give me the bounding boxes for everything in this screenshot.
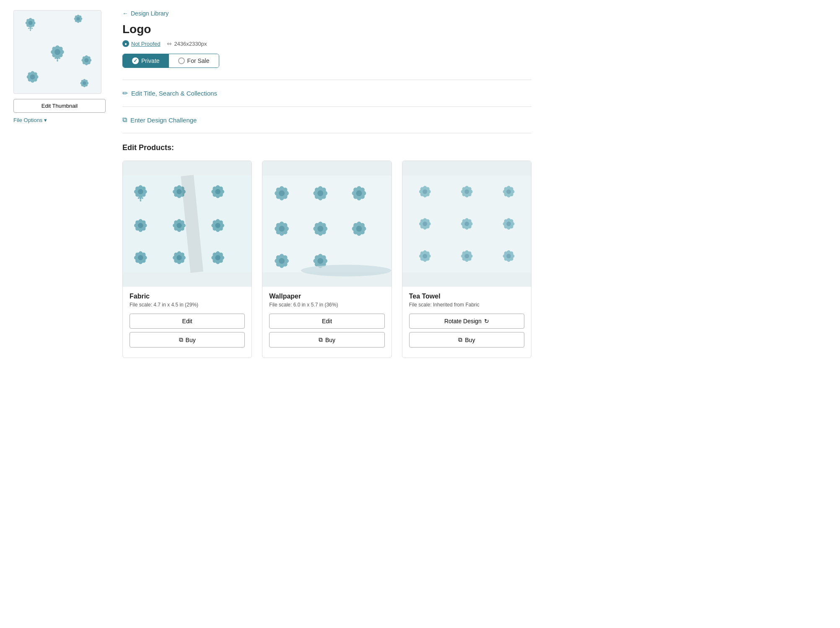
svg-point-46 (140, 200, 141, 202)
proof-icon: ● (122, 40, 129, 47)
svg-point-19 (54, 49, 60, 55)
fabric-buy-button[interactable]: ⧉ Buy (130, 332, 245, 348)
wallpaper-name: Wallpaper (269, 293, 384, 300)
tea-towel-scale: File scale: Inherited from Fabric (409, 302, 524, 308)
enter-challenge-label: Enter Design Challenge (130, 117, 197, 124)
svg-point-58 (215, 189, 220, 194)
svg-point-95 (279, 190, 285, 196)
svg-point-130 (318, 258, 324, 264)
edit-title-label: Edit Title, Search & Collections (131, 90, 217, 97)
proofed-status-link[interactable]: ● Not Proofed (122, 40, 160, 47)
svg-point-152 (423, 222, 427, 226)
for-sale-toggle-button[interactable]: For Sale (169, 54, 219, 67)
svg-point-33 (84, 58, 88, 62)
svg-point-115 (318, 226, 324, 232)
sidebar: Edit Thumbnail File Options ▾ (13, 10, 106, 358)
wallpaper-buy-button[interactable]: ⧉ Buy (269, 332, 384, 348)
private-label: Private (141, 57, 160, 64)
svg-point-147 (506, 189, 511, 194)
svg-point-100 (318, 190, 324, 196)
chevron-down-icon: ▾ (44, 117, 47, 123)
wallpaper-edit-button[interactable]: Edit (269, 314, 384, 329)
fabric-product-info: Fabric File scale: 4.7 in x 4.5 in (29%)… (123, 287, 251, 358)
svg-point-83 (176, 255, 181, 260)
tea-towel-rotate-button[interactable]: Rotate Design ↻ (409, 314, 524, 329)
svg-point-44 (138, 189, 143, 194)
edit-thumbnail-button[interactable]: Edit Thumbnail (13, 99, 106, 113)
svg-point-21 (57, 60, 58, 62)
svg-point-162 (506, 222, 511, 226)
fabric-edit-button[interactable]: Edit (130, 314, 245, 329)
visibility-toggle[interactable]: ✓ Private For Sale (122, 54, 219, 68)
svg-point-172 (464, 254, 469, 258)
fabric-buy-label: Buy (186, 337, 196, 343)
buy-external-icon-tea-towel: ⧉ (458, 336, 462, 343)
meta-row: ● Not Proofed ⇔ 2436x2330px (122, 40, 531, 47)
svg-point-38 (83, 81, 86, 85)
svg-point-131 (301, 265, 391, 277)
svg-point-167 (423, 254, 427, 258)
private-toggle-button[interactable]: ✓ Private (123, 54, 169, 67)
edit-title-link[interactable]: ✏ Edit Title, Search & Collections (122, 83, 531, 104)
proofed-status-label: Not Proofed (131, 41, 160, 47)
for-sale-label: For Sale (187, 57, 210, 64)
arrow-left-icon: ← (122, 10, 128, 17)
product-card-wallpaper: Wallpaper File scale: 6.0 in x 5.7 in (3… (262, 161, 391, 358)
svg-point-20 (57, 57, 59, 60)
svg-point-177 (506, 254, 511, 258)
for-sale-circle-icon (178, 57, 185, 64)
file-options-label: File Options (13, 117, 42, 123)
private-check-icon: ✓ (132, 57, 139, 64)
svg-point-5 (29, 21, 33, 25)
svg-point-78 (138, 255, 143, 260)
product-card-tea-towel: Tea Towel File scale: Inherited from Fab… (402, 161, 531, 358)
svg-point-68 (176, 223, 181, 228)
divider-3 (122, 133, 531, 133)
file-options-button[interactable]: File Options ▾ (13, 117, 47, 123)
svg-point-110 (279, 226, 285, 232)
svg-point-45 (140, 198, 142, 200)
products-grid: Fabric File scale: 4.7 in x 4.5 in (29%)… (122, 161, 531, 358)
fabric-product-image (123, 161, 251, 287)
svg-point-14 (77, 17, 80, 21)
svg-point-7 (30, 30, 31, 31)
tea-towel-product-image (402, 161, 531, 287)
svg-point-125 (279, 258, 285, 264)
tea-towel-rotate-label: Rotate Design (444, 318, 482, 324)
svg-point-48 (142, 197, 143, 199)
svg-point-28 (30, 74, 35, 79)
product-card-fabric: Fabric File scale: 4.7 in x 4.5 in (29%)… (122, 161, 252, 358)
fabric-name: Fabric (130, 293, 245, 300)
svg-point-105 (356, 190, 362, 196)
back-link[interactable]: ← Design Library (122, 10, 531, 17)
svg-point-73 (215, 223, 220, 228)
wallpaper-scale: File scale: 6.0 in x 5.7 in (36%) (269, 302, 384, 308)
edit-products-heading: Edit Products: (122, 143, 531, 152)
pencil-icon: ✏ (122, 89, 128, 97)
divider-2 (122, 106, 531, 107)
buy-external-icon-fabric: ⧉ (179, 336, 183, 343)
enter-challenge-link[interactable]: ⧉ Enter Design Challenge (122, 109, 531, 130)
tea-towel-buy-label: Buy (465, 337, 475, 343)
svg-point-22 (54, 57, 56, 59)
svg-point-47 (138, 197, 140, 199)
svg-point-53 (176, 189, 181, 194)
svg-point-9 (31, 28, 33, 29)
svg-point-137 (423, 189, 427, 194)
rotate-icon: ↻ (484, 318, 489, 324)
fabric-scale: File scale: 4.7 in x 4.5 in (29%) (130, 302, 245, 308)
design-title: Logo (122, 23, 531, 36)
dimensions-value: 2436x2330px (174, 41, 207, 47)
svg-point-23 (59, 57, 60, 59)
buy-external-icon-wallpaper: ⧉ (319, 336, 323, 343)
svg-point-6 (30, 28, 31, 30)
tea-towel-name: Tea Towel (409, 293, 524, 300)
back-link-label: Design Library (131, 10, 169, 17)
tea-towel-buy-button[interactable]: ⧉ Buy (409, 332, 524, 348)
wallpaper-product-image (262, 161, 391, 287)
dimensions-display: ⇔ 2436x2330px (167, 40, 207, 47)
svg-point-63 (138, 223, 143, 228)
svg-point-142 (464, 189, 469, 194)
main-content: ← Design Library Logo ● Not Proofed ⇔ 24… (122, 10, 531, 358)
svg-point-120 (356, 226, 362, 232)
